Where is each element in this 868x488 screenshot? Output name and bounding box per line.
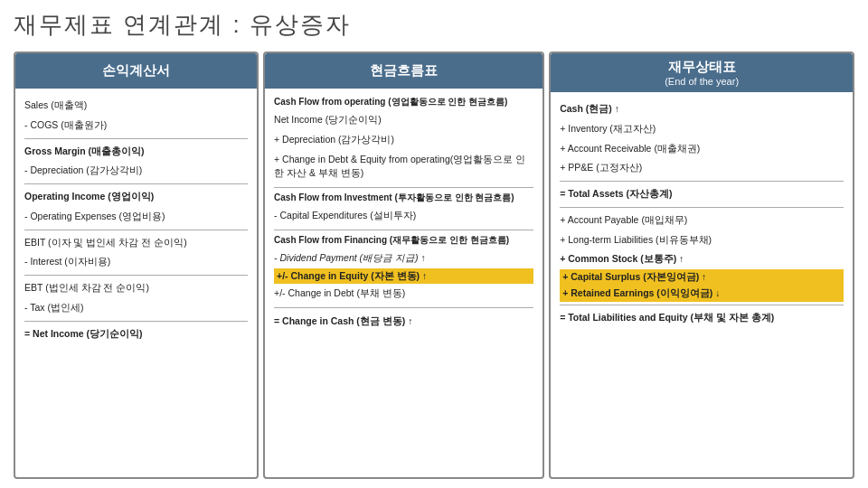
divider <box>274 230 533 230</box>
divider <box>274 307 533 308</box>
list-item: Gross Margin (매출총이익) <box>24 142 248 162</box>
list-item-retained-earnings: + Retained Earnings (이익잉여금) ↓ <box>560 286 844 302</box>
list-item: Operating Income (영업이익) <box>24 187 248 207</box>
list-item: + Depreciation (감가상각비) <box>274 130 533 150</box>
list-item: + Change in Debt & Equity from operating… <box>274 150 533 184</box>
divider <box>24 275 248 276</box>
income-statement-header: 손익계산서 <box>15 53 257 89</box>
list-item: + Long-term Liabilities (비유동부채) <box>560 230 844 250</box>
list-item: + Inventory (재고자산) <box>560 119 844 139</box>
divider <box>560 181 844 182</box>
income-statement-body: Sales (매출액) - COGS (매출원가) Gross Margin (… <box>15 89 257 477</box>
cashflow-body: Cash Flow from operating (영업활동으로 인한 현금흐름… <box>265 89 542 477</box>
list-item: - Capital Expenditures (설비투자) <box>274 206 533 226</box>
divider <box>274 187 533 188</box>
list-item-cash: Cash (현금) ↑ <box>560 99 844 119</box>
list-item: EBIT (이자 및 법인세 차감 전 순이익) <box>24 233 248 253</box>
columns-wrapper: 손익계산서 Sales (매출액) - COGS (매출원가) Gross Ma… <box>14 52 854 479</box>
page-title: 재무제표 연계관계 : 유상증자 <box>14 9 854 41</box>
list-item: + Account Payable (매입채무) <box>560 211 844 230</box>
list-item: Sales (매출액) <box>24 96 248 116</box>
list-item: Net Income (당기순이익) <box>274 110 533 130</box>
cashflow-section-financing: Cash Flow from Financing (재무활동으로 인한 현금흐름… <box>274 234 533 304</box>
cashflow-title: 현금흐름표 <box>370 62 438 78</box>
balance-sheet-subtitle: (End of the year) <box>555 76 848 87</box>
cashflow-section-operating: Cash Flow from operating (영업활동으로 인한 현금흐름… <box>274 96 533 183</box>
balance-sheet-body: Cash (현금) ↑ + Inventory (재고자산) + Account… <box>551 92 853 477</box>
divider <box>24 138 248 139</box>
divider <box>560 207 844 208</box>
income-statement-col: 손익계산서 Sales (매출액) - COGS (매출원가) Gross Ma… <box>14 52 259 479</box>
page: 재무제표 연계관계 : 유상증자 손익계산서 Sales (매출액) - COG… <box>0 0 868 488</box>
list-item-equity-change: +/- Change in Equity (자본 변동) ↑ <box>274 268 533 285</box>
divider <box>560 305 844 305</box>
divider <box>24 321 248 322</box>
list-item-capital-surplus: + Capital Surplus (자본잉여금) ↑ <box>560 269 844 286</box>
list-item: +/- Change in Debt (부채 변동) <box>274 284 533 304</box>
balance-sheet-header: 재무상태표 (End of the year) <box>551 53 853 92</box>
cashflow-col: 현금흐름표 Cash Flow from operating (영업활동으로 인… <box>263 52 544 479</box>
divider <box>24 230 248 230</box>
balance-sheet-title: 재무상태표 <box>668 59 736 74</box>
list-item: - Operating Expenses (영업비용) <box>24 207 248 227</box>
list-item-common-stock: + Common Stock (보통주) ↑ <box>560 249 844 269</box>
income-statement-title: 손익계산서 <box>102 62 170 78</box>
cashflow-section-title: Cash Flow from Investment (투자활동으로 인한 현금흐… <box>274 192 533 204</box>
list-item: - Depreciation (감가상각비) <box>24 161 248 181</box>
balance-sheet-col: 재무상태표 (End of the year) Cash (현금) ↑ + In… <box>549 52 854 479</box>
cashflow-header: 현금흐름표 <box>265 53 542 89</box>
divider <box>24 183 248 184</box>
cashflow-section-investment: Cash Flow from Investment (투자활동으로 인한 현금흐… <box>274 192 533 226</box>
list-item: - Dividend Payment (배당금 지급) ↑ <box>274 249 533 268</box>
list-item-total-liabilities: = Total Liabilities and Equity (부채 및 자본 … <box>560 308 844 328</box>
list-item: + PP&E (고정자산) <box>560 158 844 178</box>
list-item: + Account Receivable (매출채권) <box>560 139 844 159</box>
cashflow-section-title: Cash Flow from Financing (재무활동으로 인한 현금흐름… <box>274 234 533 247</box>
list-item: - COGS (매출원가) <box>24 116 248 136</box>
cashflow-total: = Change in Cash (현금 변동) ↑ <box>274 312 533 332</box>
list-item-total-assets: = Total Assets (자산총계) <box>560 184 844 204</box>
list-item: - Tax (법인세) <box>24 298 248 318</box>
list-item: EBT (법인세 차감 전 순이익) <box>24 278 248 298</box>
list-item: - Interest (이자비용) <box>24 252 248 272</box>
cashflow-section-title: Cash Flow from operating (영업활동으로 인한 현금흐름… <box>274 96 533 108</box>
list-item: = Net Income (당기순이익) <box>24 324 248 344</box>
